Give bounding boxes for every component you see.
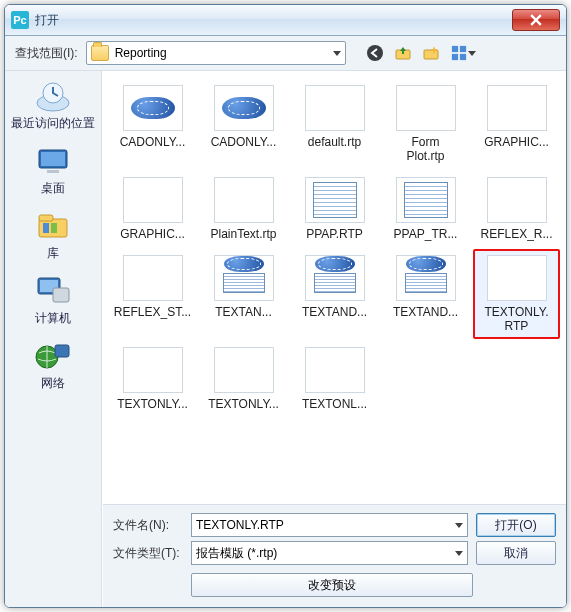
place-label: 库 <box>47 245 59 262</box>
new-folder-icon <box>422 44 440 62</box>
file-thumbnail <box>396 177 456 223</box>
file-item[interactable]: CADONLY... <box>109 79 196 169</box>
file-name: Form Plot.rtp <box>406 135 444 163</box>
file-item[interactable]: PlainText.rtp <box>200 171 287 247</box>
folder-up-icon <box>394 44 412 62</box>
file-item[interactable]: default.rtp <box>291 79 378 169</box>
filename-label: 文件名(N): <box>113 517 183 534</box>
file-thumbnail <box>487 255 547 301</box>
toolbar: 查找范围(I): Reporting <box>5 36 566 71</box>
svg-rect-18 <box>53 288 69 302</box>
file-name: GRAPHIC... <box>120 227 185 241</box>
place-label: 计算机 <box>35 310 71 327</box>
place-computer[interactable]: 计算机 <box>11 274 95 327</box>
file-list[interactable]: CADONLY...CADONLY...default.rtpForm Plot… <box>103 71 566 504</box>
chevron-down-icon <box>455 551 463 556</box>
file-thumbnail <box>487 177 547 223</box>
lookin-combo[interactable]: Reporting <box>86 41 346 65</box>
file-thumbnail <box>305 177 365 223</box>
file-item[interactable]: CADONLY... <box>200 79 287 169</box>
chevron-down-icon <box>333 51 341 56</box>
file-thumbnail <box>305 255 365 301</box>
place-label: 最近访问的位置 <box>11 115 95 132</box>
view-icon <box>451 45 467 61</box>
svg-rect-14 <box>43 223 49 233</box>
filename-combo[interactable]: TEXTONLY.RTP <box>191 513 468 537</box>
svg-rect-11 <box>47 170 59 173</box>
back-icon <box>366 44 384 62</box>
filetype-label: 文件类型(T): <box>113 545 183 562</box>
titlebar: Pc 打开 <box>5 5 566 36</box>
file-thumbnail <box>396 85 456 131</box>
place-network[interactable]: 网络 <box>11 339 95 392</box>
file-item[interactable]: PPAP_TR... <box>382 171 469 247</box>
file-name: TEXTONL... <box>302 397 367 411</box>
file-thumbnail <box>305 347 365 393</box>
libraries-icon <box>33 209 73 243</box>
file-item[interactable]: TEXTONLY... <box>200 341 287 417</box>
svg-rect-2 <box>424 50 438 59</box>
file-item[interactable]: PPAP.RTP <box>291 171 378 247</box>
svg-rect-13 <box>39 215 53 221</box>
file-item[interactable]: TEXTAND... <box>382 249 469 339</box>
svg-rect-5 <box>452 54 458 60</box>
cancel-button[interactable]: 取消 <box>476 541 556 565</box>
file-item[interactable]: TEXTONL... <box>291 341 378 417</box>
file-thumbnail <box>214 85 274 131</box>
svg-rect-6 <box>460 54 466 60</box>
file-item[interactable]: TEXTAND... <box>291 249 378 339</box>
file-item[interactable]: TEXTAN... <box>200 249 287 339</box>
place-libraries[interactable]: 库 <box>11 209 95 262</box>
chevron-down-icon <box>468 51 476 56</box>
file-thumbnail <box>396 255 456 301</box>
lookin-value: Reporting <box>115 46 167 60</box>
file-name: GRAPHIC... <box>484 135 549 149</box>
file-item[interactable]: GRAPHIC... <box>109 171 196 247</box>
computer-icon <box>33 274 73 308</box>
file-thumbnail <box>214 177 274 223</box>
file-item[interactable]: REFLEX_ST... <box>109 249 196 339</box>
place-recent[interactable]: 最近访问的位置 <box>11 79 95 132</box>
file-name: default.rtp <box>308 135 361 149</box>
file-item[interactable]: TEXTONLY... <box>109 341 196 417</box>
places-bar: 最近访问的位置 桌面 库 计算机 网络 <box>5 71 102 607</box>
filetype-combo[interactable]: 报告模版 (*.rtp) <box>191 541 468 565</box>
change-preview-button[interactable]: 改变预设 <box>191 573 473 597</box>
file-name: REFLEX_ST... <box>114 305 191 319</box>
back-button[interactable] <box>366 44 384 62</box>
file-name: REFLEX_R... <box>480 227 552 241</box>
file-item[interactable]: TEXTONLY. RTP <box>473 249 560 339</box>
app-icon: Pc <box>11 11 29 29</box>
svg-rect-4 <box>460 46 466 52</box>
recent-icon <box>33 79 73 113</box>
lookin-label: 查找范围(I): <box>15 45 78 62</box>
open-button[interactable]: 打开(O) <box>476 513 556 537</box>
up-one-level-button[interactable] <box>394 44 412 62</box>
file-name: CADONLY... <box>120 135 186 149</box>
place-desktop[interactable]: 桌面 <box>11 144 95 197</box>
file-item[interactable]: REFLEX_R... <box>473 171 560 247</box>
svg-rect-20 <box>55 345 69 357</box>
view-menu-button[interactable] <box>450 44 478 62</box>
filename-value: TEXTONLY.RTP <box>196 518 284 532</box>
place-label: 网络 <box>41 375 65 392</box>
file-thumbnail <box>214 255 274 301</box>
file-name: TEXTONLY. RTP <box>484 305 548 333</box>
close-button[interactable] <box>512 9 560 31</box>
file-name: TEXTAN... <box>215 305 271 319</box>
window-title: 打开 <box>35 12 59 29</box>
network-icon <box>33 339 73 373</box>
file-name: TEXTAND... <box>393 305 458 319</box>
file-name: PPAP_TR... <box>394 227 458 241</box>
chevron-down-icon <box>455 523 463 528</box>
close-icon <box>530 14 542 26</box>
svg-rect-10 <box>41 152 65 166</box>
file-name: PlainText.rtp <box>210 227 276 241</box>
folder-icon <box>91 45 109 61</box>
file-thumbnail <box>123 177 183 223</box>
file-name: TEXTAND... <box>302 305 367 319</box>
file-name: TEXTONLY... <box>208 397 279 411</box>
file-item[interactable]: GRAPHIC... <box>473 79 560 169</box>
new-folder-button[interactable] <box>422 44 440 62</box>
file-item[interactable]: Form Plot.rtp <box>382 79 469 169</box>
